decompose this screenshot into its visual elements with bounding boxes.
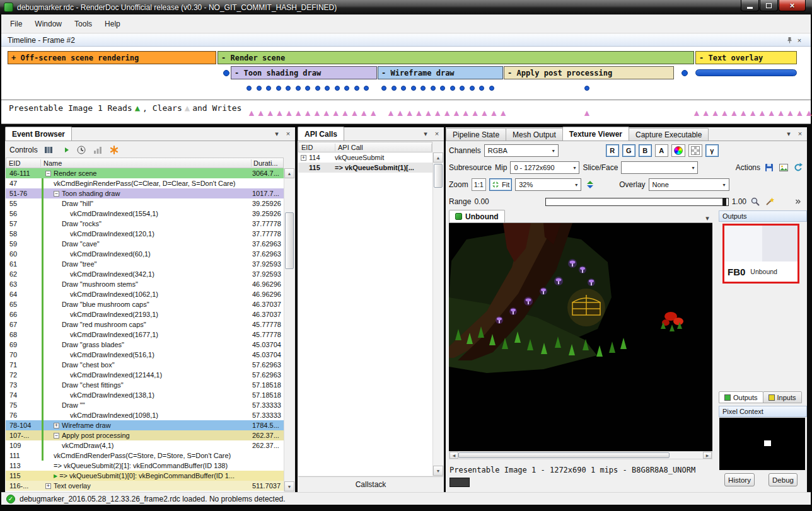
event-dot[interactable] (364, 86, 369, 91)
scroll-up-icon[interactable]: ▲ (433, 152, 443, 163)
menu-tools[interactable]: Tools (68, 16, 98, 32)
texture-hscrollbar[interactable]: ◀ ▶ (449, 451, 712, 459)
zoom-range-icon[interactable] (750, 196, 761, 207)
zoom-fit-button[interactable]: Fit (489, 178, 512, 191)
tab-event-browser[interactable]: Event Browser (5, 127, 72, 141)
table-row[interactable]: 71Draw "chest box"57.62963 (6, 360, 284, 370)
table-row[interactable]: 56vkCmdDrawIndexed(1554,1)39.25926 (6, 209, 284, 219)
event-dot[interactable] (411, 86, 416, 91)
tab-api-calls[interactable]: API Calls (298, 127, 344, 141)
expand-icon[interactable]: + (54, 423, 59, 428)
close-icon[interactable]: × (283, 129, 293, 138)
close-icon[interactable]: × (795, 129, 805, 138)
scroll-up-icon[interactable]: ▲ (284, 168, 294, 178)
event-node-icon[interactable] (682, 70, 688, 76)
api-table-header[interactable]: EID API Call (298, 142, 432, 152)
close-icon[interactable]: × (794, 36, 804, 45)
channel-r-button[interactable]: R (606, 144, 619, 157)
event-dot[interactable] (276, 86, 281, 91)
chevron-down-icon[interactable]: ▾ (420, 129, 431, 138)
table-row[interactable]: 73Draw "chest fittings"57.18518 (6, 380, 284, 390)
mip-select[interactable]: 0 - 1272x690▾ (510, 161, 579, 174)
timeline-body[interactable]: + Off-screen scene rendering - Render sc… (1, 47, 811, 124)
scroll-thumb[interactable] (285, 212, 294, 269)
refresh-icon[interactable] (792, 162, 804, 173)
goto-eid-icon[interactable] (59, 144, 71, 156)
event-dot[interactable] (450, 86, 455, 91)
timeline-bar-toon-shading[interactable]: - Toon shading draw (231, 66, 377, 79)
table-row[interactable]: 51-76−Toon shading draw1017.7... (6, 188, 284, 198)
table-row[interactable]: 109vkCmdDraw(4,1)262.37... (6, 440, 284, 451)
flip-y-icon[interactable] (584, 179, 596, 190)
tab-pipeline-state[interactable]: Pipeline State (446, 128, 506, 141)
select-columns-icon[interactable] (43, 144, 54, 156)
event-dot[interactable] (392, 86, 397, 91)
table-row[interactable]: 115▶=> vkQueueSubmit(1)[0]: vkBeginComma… (6, 471, 284, 481)
event-dot[interactable] (257, 86, 262, 91)
event-dot[interactable] (420, 86, 426, 91)
table-row[interactable]: 67Draw "red mushroom caps"45.77778 (6, 319, 284, 330)
history-button[interactable]: History (724, 473, 755, 486)
menu-file[interactable]: File (4, 16, 28, 32)
event-browser-scrollbar[interactable]: ▲ ▼ (284, 168, 294, 491)
event-dot[interactable] (354, 86, 359, 91)
table-row[interactable]: 63Draw "mushroom stems"46.96296 (6, 279, 284, 289)
table-row[interactable]: 60vkCmdDrawIndexed(60,1)37.62963 (6, 249, 284, 259)
range-handle[interactable] (722, 198, 726, 206)
texture-display[interactable] (449, 223, 712, 451)
scroll-thumb[interactable] (458, 452, 670, 458)
channels-select[interactable]: RGBA▾ (484, 144, 559, 157)
table-row[interactable]: 115=> vkQueueSubmit(1)[... (298, 163, 432, 173)
event-node-icon[interactable] (223, 70, 229, 76)
table-row[interactable]: 61Draw "tree"37.92593 (6, 259, 284, 269)
event-dot[interactable] (296, 86, 301, 91)
table-row[interactable]: 76vkCmdDrawIndexed(1098,1)57.33333 (6, 410, 284, 420)
debug-button[interactable]: Debug (768, 473, 798, 486)
table-row[interactable]: 59Draw "cave"37.62963 (6, 239, 284, 249)
minimize-button[interactable] (741, 0, 759, 11)
event-dot[interactable] (286, 86, 291, 91)
table-row[interactable]: 113=> vkQueueSubmit(2)[1]: vkEndCommandB… (6, 461, 284, 471)
stats-icon[interactable] (92, 144, 103, 156)
event-dot[interactable] (431, 86, 436, 91)
chevron-down-icon[interactable]: ▾ (272, 129, 282, 138)
collapse-icon[interactable]: − (54, 191, 59, 197)
table-row[interactable]: +114vkQueueSubmit (298, 152, 432, 163)
event-dot[interactable] (325, 86, 330, 91)
timeline-bar-text-overlay[interactable]: - Text overlay (695, 51, 797, 64)
zoom-level-select[interactable]: 32%▾ (515, 178, 581, 191)
collapse-icon[interactable]: − (45, 171, 51, 176)
callstack-section[interactable]: Callstack (298, 476, 443, 491)
event-dot[interactable] (470, 86, 475, 91)
timeline-bar-render-scene[interactable]: - Render scene (218, 51, 694, 64)
table-row[interactable]: 55Draw "hill"39.25926 (6, 198, 284, 209)
table-row[interactable]: 58vkCmdDrawIndexed(120,1)37.77778 (6, 229, 284, 239)
fb0-thumbnail[interactable]: FB0 Unbound (722, 224, 799, 284)
table-row[interactable]: 66vkCmdDrawIndexed(2193,1)46.37037 (6, 309, 284, 319)
event-dot[interactable] (401, 86, 406, 91)
chevron-down-icon[interactable]: ▾ (702, 214, 712, 222)
autofit-wand-icon[interactable] (764, 196, 775, 207)
overlay-select[interactable]: None▾ (649, 178, 729, 191)
event-dot[interactable] (460, 86, 465, 91)
event-table-header[interactable]: EID Name Durati... (6, 158, 284, 168)
channel-b-button[interactable]: B (639, 144, 652, 157)
zoom-1to1-button[interactable]: 1:1 (472, 178, 486, 191)
api-calls-scrollbar[interactable]: ▲ ▼ (432, 152, 443, 476)
tab-texture-viewer[interactable]: Texture Viewer (562, 127, 629, 141)
table-row[interactable]: 74vkCmdDrawIndexed(138,1)57.18518 (6, 390, 284, 400)
table-row[interactable]: 46-111−Render scene3064.7... (6, 168, 284, 178)
gamma-button[interactable]: γ (705, 144, 719, 157)
maximize-button[interactable] (760, 0, 778, 11)
table-row[interactable]: 75Draw ""57.33333 (6, 400, 284, 410)
event-dot[interactable] (584, 86, 589, 91)
table-row[interactable]: 57Draw "rocks"37.77778 (6, 219, 284, 229)
event-dot[interactable] (315, 86, 320, 91)
tab-unbound-texture[interactable]: Unbound (449, 210, 505, 222)
table-row[interactable]: 47vkCmdBeginRenderPass(C=Clear, D=Clear,… (6, 178, 284, 188)
checkerboard-icon[interactable] (688, 144, 702, 157)
table-row[interactable]: 72vkCmdDrawIndexed(12144,1)57.62963 (6, 370, 284, 380)
scroll-down-icon[interactable]: ▼ (433, 466, 443, 476)
bookmark-icon[interactable] (108, 144, 120, 156)
event-dot[interactable] (381, 86, 386, 91)
